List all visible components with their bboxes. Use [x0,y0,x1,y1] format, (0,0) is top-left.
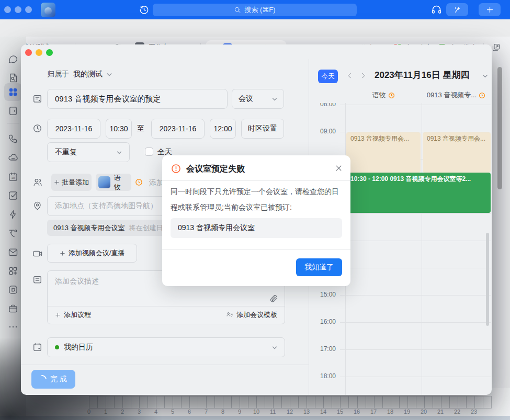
today-button[interactable]: 今天 [318,70,338,83]
chevron-down-icon [272,346,277,349]
add-template-label: 添加会议模板 [236,310,277,320]
app-window: 搜索 (⌘F) 我的测试 [0,0,510,420]
hour-ruler [89,396,492,408]
calendar-color-dot [55,345,59,349]
event-title-input[interactable]: 0913 音视频专用会议室的预定 [47,89,228,109]
minimize-modal-dot[interactable] [36,49,42,56]
ruler-cell [106,396,115,408]
view-switch-chevron-icon[interactable] [482,74,488,78]
repeat-select[interactable]: 不重复 [47,142,130,162]
ruler-number: 10 [253,408,259,415]
sidebar-item-add-apps[interactable] [8,266,18,276]
attendee-chip[interactable]: 语牧 [96,174,131,191]
ruler-cell [282,396,290,408]
ruler-cell [173,396,182,408]
confirm-button[interactable]: 我知道了 [296,258,342,276]
description-placeholder[interactable]: 添加会议描述 [55,277,99,286]
start-time-value: 10:30 [109,124,128,133]
event-booking-green[interactable]: 10:30 - 12:00 0913 音视频专用会议室等2... [346,173,491,213]
ruler-cell [131,396,140,408]
belongs-to-value: 我的测试 [73,70,103,79]
calendar-select[interactable]: 我的日历 [47,337,285,357]
ruler-number: 6 [188,408,191,415]
search-input[interactable]: 搜索 (⌘F) [153,4,357,16]
done-button[interactable]: 完成 [31,370,75,389]
minimize-window-dot[interactable] [15,6,21,13]
ruler-cell [408,396,416,408]
history-icon[interactable] [139,5,149,15]
ruler-number: 8 [221,408,224,415]
workbench-grid-icon[interactable] [8,87,18,97]
sidebar-item-messages[interactable] [8,54,18,64]
close-window-dot[interactable] [4,6,11,13]
batch-add-button[interactable]: 批量添加 [51,174,92,191]
timezone-button[interactable]: 时区设置 [241,119,284,139]
ai-assistant-button[interactable] [446,3,468,16]
time-icon [32,123,42,133]
window-bottom-edge [0,416,510,420]
ruler-cell [123,396,131,408]
sidebar-item-docs-app[interactable] [8,285,18,295]
ruler-number: 4 [154,408,157,415]
add-template-button[interactable]: 添加会议模板 [226,310,277,320]
sidebar-item-mail[interactable] [8,247,18,257]
start-time-input[interactable]: 10:30 [106,119,132,139]
page-scrollbar[interactable] [497,67,502,189]
ruler-cell [148,396,156,408]
end-date-input[interactable]: 2023-11-16 [151,119,205,139]
sidebar-item-drive[interactable] [8,152,18,163]
close-icon[interactable] [335,164,343,172]
ruler-number: 13 [303,408,310,415]
sidebar-item-automation[interactable] [8,209,18,220]
ruler-cell [140,396,148,408]
sidebar-item-docs-search[interactable] [8,73,18,83]
ruler-cell [400,396,408,408]
ruler-number: 19 [404,408,410,415]
belongs-to-row[interactable]: 归属于 我的测试 [47,70,112,79]
booking-failed-dialog: 会议室预定失败 同一时间段下只允许预定一个会议室，请检查您的日程或联系管理员;当… [162,155,350,286]
divider [48,306,285,307]
event-room-col2[interactable]: 0913 音视频专用会... [423,132,491,173]
sidebar-item-weather[interactable] [8,228,18,239]
ruler-cell [450,396,458,408]
calendar-scrollbar[interactable] [486,233,489,326]
prev-day-button[interactable] [346,72,353,79]
sidebar-item-meeting[interactable] [8,106,18,116]
start-date-input[interactable]: 2023-11-16 [47,119,100,139]
sidebar-item-archive[interactable] [8,303,18,314]
ruler-cell [223,396,232,408]
sidebar-item-calendar[interactable]: 30 [8,172,18,182]
next-day-button[interactable] [360,72,367,79]
zoom-window-dot[interactable] [25,6,32,13]
event-type-select[interactable]: 会议 [232,89,284,109]
close-modal-dot[interactable] [25,49,32,56]
ruler-number: 3 [138,408,141,415]
new-button[interactable] [479,3,501,16]
add-agenda-button[interactable]: 添加议程 [55,310,91,320]
end-time-input[interactable]: 12:00 [210,119,236,139]
hour-label: 17:00 [303,345,336,353]
user-avatar[interactable] [41,3,55,17]
attachment-icon[interactable] [269,294,278,303]
sidebar-item-calls[interactable] [8,133,18,144]
all-day-checkbox[interactable] [145,147,153,156]
ruler-cell [165,396,173,408]
loading-spinner-icon [36,373,49,385]
sidebar-item-more[interactable] [8,323,18,331]
to-label: 至 [137,124,144,133]
open-in-window-icon[interactable] [492,43,501,52]
add-video-meeting-button[interactable]: 添加视频会议/直播 [47,244,137,263]
ruler-cell [198,396,207,408]
traffic-lights[interactable] [4,6,32,13]
sidebar-item-tasks[interactable] [8,190,18,201]
attendee-add-placeholder[interactable]: 添加 [149,178,164,188]
column-header-2[interactable]: 0913 音视频专... [422,89,491,101]
ruler-number: 22 [454,408,460,415]
zoom-modal-dot[interactable] [46,49,53,56]
headset-icon[interactable] [431,4,442,15]
column-header-1[interactable]: 语牧 [345,89,422,101]
end-date-value: 2023-11-16 [160,124,197,133]
divider [7,123,19,123]
event-room-col1[interactable]: 0913 音视频专用会... [346,132,421,173]
modal-traffic-lights[interactable] [25,49,53,56]
